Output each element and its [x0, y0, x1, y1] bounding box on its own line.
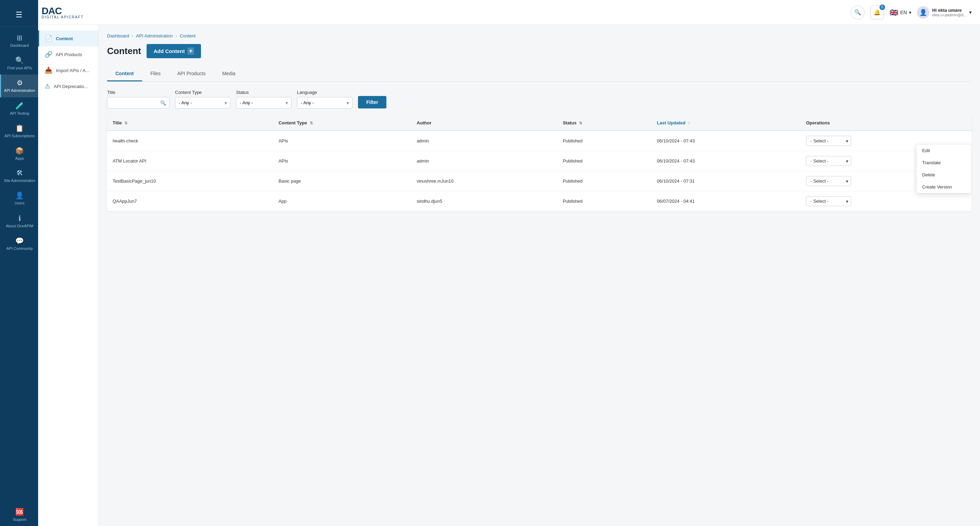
about-icon: ℹ: [18, 214, 21, 222]
filter-status-group: Status - Any - ▾: [236, 90, 291, 108]
sidebar-label-api-subscriptions: API Subscriptions: [5, 134, 35, 138]
col-status[interactable]: Status ⇅: [557, 115, 651, 130]
sidebar-label-support: Support: [13, 517, 26, 522]
logo-sub: DIGITAL APICRAFT: [41, 15, 84, 19]
user-menu-button[interactable]: 👤 Hi ekta umare ekta.u+padmin@d... ▾: [917, 6, 972, 19]
sidebar-label-find-apis: Find your APIs: [7, 66, 32, 70]
table-head: Title ⇅ Content Type ⇅ Author Status ⇅ L…: [107, 115, 972, 130]
users-icon: 👤: [15, 191, 24, 200]
filter-language-label: Language: [297, 90, 352, 95]
sec-nav-import-apis[interactable]: 📥 Import APIs / A...: [38, 62, 99, 78]
filter-language-wrap: - Any - ▾: [297, 97, 352, 108]
ops-item-edit[interactable]: Edit: [916, 145, 971, 157]
sec-nav-content-label: Content: [56, 36, 73, 41]
cell-content-type-3: Basic page: [273, 171, 411, 191]
sidebar-item-find-apis[interactable]: 🔍 Find your APIs: [0, 52, 38, 75]
tab-media[interactable]: Media: [214, 67, 243, 81]
col-last-updated[interactable]: Last Updated ↑: [651, 115, 800, 130]
table-row: QAAppJun7 App sindhu.djun5 Published 06/…: [107, 191, 972, 211]
tab-files[interactable]: Files: [142, 67, 169, 81]
breadcrumb-api-admin[interactable]: API Administration: [136, 33, 173, 38]
tab-content[interactable]: Content: [107, 67, 142, 81]
breadcrumb-sep-1: ›: [132, 33, 134, 38]
ops-select-4[interactable]: - Select -: [806, 196, 851, 206]
sidebar-item-api-subscriptions[interactable]: 📋 API Subscriptions: [0, 120, 38, 142]
sidebar-item-dashboard[interactable]: ⊞ Dashboard: [0, 29, 38, 52]
filter-content-type-group: Content Type - Any - ▾: [175, 90, 231, 108]
filter-title-group: Title 🔍: [107, 90, 169, 108]
add-content-button[interactable]: Add Content +: [146, 44, 201, 58]
site-admin-icon: 🛠: [16, 169, 23, 177]
user-info: Hi ekta umare ekta.u+padmin@d...: [932, 8, 966, 17]
ops-select-2[interactable]: - Select -: [806, 156, 851, 166]
sidebar-item-api-admin[interactable]: ⚙ API Administration: [0, 75, 38, 97]
language-button[interactable]: 🇬🇧 EN ▾: [889, 8, 912, 17]
col-title[interactable]: Title ⇅: [107, 115, 273, 130]
api-admin-icon: ⚙: [17, 79, 23, 87]
filter-content-type-select[interactable]: - Any -: [175, 97, 231, 108]
sidebar-label-about: About OneAPIM: [6, 224, 33, 228]
user-email: ekta.u+padmin@d...: [932, 13, 966, 17]
ops-select-wrap-1: - Select - ▾: [806, 136, 851, 146]
cell-author-2: admin: [411, 151, 557, 171]
sidebar-item-api-testing[interactable]: 🧪 API Testing: [0, 97, 38, 120]
hamburger-icon[interactable]: ☰: [16, 10, 22, 19]
ops-select-3[interactable]: - Select -: [806, 176, 851, 186]
sidebar-item-support[interactable]: 🆘 Support: [0, 504, 38, 526]
tab-api-products[interactable]: API Products: [169, 67, 214, 81]
filter-status-select[interactable]: - Any -: [236, 97, 291, 108]
cell-last-updated-1: 06/10/2024 - 07:43: [651, 130, 800, 151]
flag-icon: 🇬🇧: [889, 8, 898, 17]
filter-row: Title 🔍 Content Type - Any - ▾ Status - …: [107, 90, 972, 108]
user-name: Hi ekta umare: [932, 8, 966, 13]
cell-status-2: Published: [557, 151, 651, 171]
sec-nav-api-products[interactable]: 🔗 API Products: [38, 46, 99, 62]
sec-nav-api-deprecation-label: API Deprecatio...: [54, 84, 88, 89]
cell-author-4: sindhu.djun5: [411, 191, 557, 211]
content-icon: 📄: [45, 35, 52, 42]
cell-last-updated-3: 06/10/2024 - 07:31: [651, 171, 800, 191]
language-label: EN: [900, 10, 907, 15]
filter-button[interactable]: Filter: [358, 96, 387, 108]
sidebar-item-apps[interactable]: 📦 Apps: [0, 142, 38, 165]
sidebar-label-api-testing: API Testing: [10, 111, 29, 116]
sec-nav-content[interactable]: 📄 Content: [38, 30, 99, 46]
ops-item-translate[interactable]: Translate: [916, 157, 971, 169]
find-apis-icon: 🔍: [15, 56, 24, 64]
sidebar-label-site-admin: Site Administration: [4, 178, 35, 183]
breadcrumb-current: Content: [180, 33, 196, 38]
lang-chevron-icon: ▾: [909, 10, 912, 15]
page-header: Content Add Content +: [107, 44, 972, 58]
add-content-label: Add Content: [154, 48, 185, 54]
sidebar-item-site-admin[interactable]: 🛠 Site Administration: [0, 165, 38, 187]
cell-ops-1: - Select - ▾ Edit Translate Delete Creat…: [800, 130, 972, 151]
status-sort-icon: ⇅: [579, 121, 582, 125]
last-updated-sort-icon: ↑: [688, 121, 690, 125]
ops-item-delete[interactable]: Delete: [916, 169, 971, 181]
sidebar-item-about[interactable]: ℹ About OneAPIM: [0, 210, 38, 232]
col-operations: Operations: [800, 115, 972, 130]
sidebar-label-users: Users: [14, 201, 25, 205]
sidebar-item-api-community[interactable]: 💬 API Community: [0, 232, 38, 255]
filter-language-group: Language - Any - ▾: [297, 90, 352, 108]
cell-content-type-4: App: [273, 191, 411, 211]
breadcrumb-dashboard[interactable]: Dashboard: [107, 33, 129, 38]
api-testing-icon: 🧪: [15, 102, 24, 110]
sec-nav-api-deprecation[interactable]: ⚠ API Deprecatio...: [38, 78, 99, 94]
sidebar-item-users[interactable]: 👤 Users: [0, 187, 38, 210]
ops-select-1[interactable]: - Select -: [806, 136, 851, 146]
filter-title-input[interactable]: [107, 97, 169, 108]
user-chevron-icon: ▾: [969, 10, 972, 15]
ops-select-wrap-4: - Select - ▾: [806, 196, 851, 206]
ops-item-create-version[interactable]: Create Version: [916, 181, 971, 193]
col-content-type[interactable]: Content Type ⇅: [273, 115, 411, 130]
notification-badge: 0: [880, 5, 885, 10]
add-plus-icon: +: [188, 48, 194, 55]
cell-status-1: Published: [557, 130, 651, 151]
filter-title-label: Title: [107, 90, 169, 95]
search-button[interactable]: 🔍: [851, 6, 865, 19]
ops-select-wrap-2: - Select - ▾: [806, 156, 851, 166]
content-type-sort-icon: ⇅: [310, 121, 313, 125]
filter-language-select[interactable]: - Any -: [297, 97, 352, 108]
notifications-button[interactable]: 🔔 0: [870, 6, 884, 19]
